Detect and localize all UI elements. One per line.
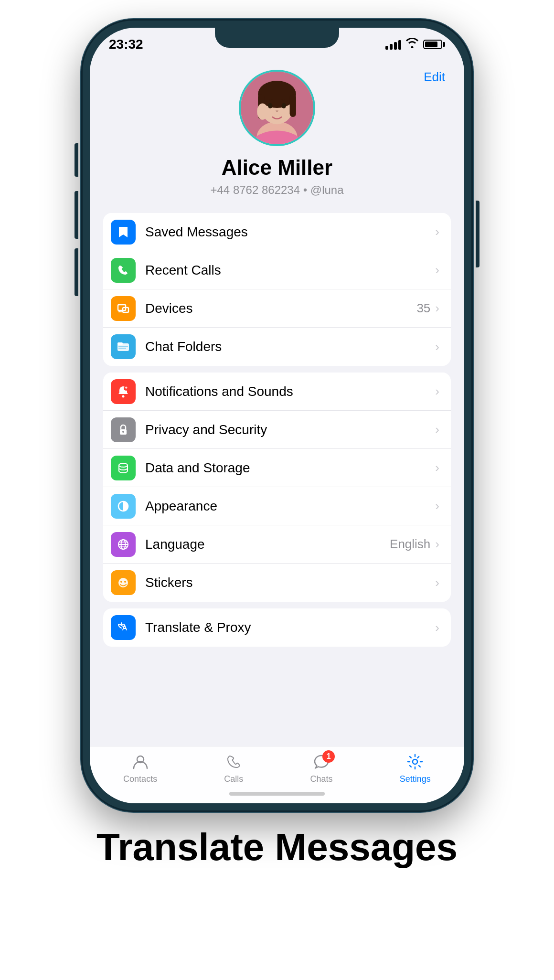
chat-folders-label: Chat Folders [145,339,435,354]
language-value: English [390,537,430,552]
settings-tab-label: Settings [400,774,431,784]
signal-icon [385,39,401,50]
data-storage-label: Data and Storage [145,460,435,476]
chats-badge: 1 [322,750,335,763]
contacts-tab-icon [132,753,149,770]
svg-rect-8 [290,95,296,117]
settings-group-2: Notifications and Sounds › Privacy and S… [103,373,451,602]
tab-settings[interactable]: Settings [400,753,431,784]
home-indicator [229,792,325,796]
settings-group-1: Saved Messages › Recent Calls › [103,213,451,366]
mute-button [75,143,78,177]
chevron-icon: › [435,575,439,590]
translate-icon [111,615,136,640]
tab-calls[interactable]: Calls [224,753,243,784]
settings-item-stickers[interactable]: Stickers › [103,564,451,602]
battery-icon [423,40,445,49]
saved-messages-icon [111,220,136,245]
settings-item-translate[interactable]: Translate & Proxy › [103,608,451,647]
chevron-icon: › [435,620,439,635]
language-label: Language [145,537,390,552]
notifications-label: Notifications and Sounds [145,384,435,399]
avatar [239,70,315,146]
notifications-icon [111,379,136,404]
status-icons [385,38,445,51]
stickers-label: Stickers [145,575,435,590]
chats-tab-label: Chats [310,774,333,784]
appearance-icon [111,494,136,519]
calls-tab-icon [225,753,242,770]
svg-point-9 [268,103,273,108]
svg-point-23 [122,431,124,433]
profile-info: +44 8762 862234 • @luna [211,183,344,197]
svg-point-11 [257,104,268,120]
svg-point-10 [282,103,287,108]
phone-screen: 23:32 [90,28,464,803]
privacy-label: Privacy and Security [145,422,435,437]
devices-icon [111,296,136,321]
devices-value: 35 [416,301,430,316]
svg-point-35 [413,759,417,764]
profile-section: Edit [90,55,464,206]
chevron-icon: › [435,384,439,399]
stickers-icon [111,570,136,595]
recent-calls-icon [111,258,136,283]
chevron-icon: › [435,340,439,354]
chevron-icon: › [435,537,439,552]
tab-chats[interactable]: 1 Chats [310,753,333,784]
calls-tab-label: Calls [224,774,243,784]
chat-folders-icon [111,334,136,359]
svg-point-20 [122,395,125,397]
settings-item-recent-calls[interactable]: Recent Calls › [103,251,451,289]
chevron-icon: › [435,224,439,239]
chevron-icon: › [435,263,439,277]
language-icon [111,532,136,557]
chevron-icon: › [435,499,439,513]
settings-tab-icon [406,753,424,770]
chevron-icon: › [435,422,439,437]
profile-name: Alice Miller [222,156,332,180]
settings-item-appearance[interactable]: Appearance › [103,487,451,525]
status-time: 23:32 [109,37,143,52]
phone-body: 23:32 [81,19,473,812]
chevron-icon: › [435,460,439,475]
screen-content[interactable]: Edit [90,55,464,746]
svg-point-24 [119,463,128,467]
svg-rect-17 [117,342,123,345]
settings-item-notifications[interactable]: Notifications and Sounds › [103,373,451,411]
volume-up-button [75,191,78,239]
data-storage-icon [111,456,136,480]
chevron-icon: › [435,301,439,316]
svg-rect-18 [118,346,128,347]
svg-point-33 [124,581,126,583]
privacy-icon [111,417,136,442]
notch [215,28,339,48]
settings-item-data-storage[interactable]: Data and Storage › [103,449,451,487]
saved-messages-label: Saved Messages [145,224,435,240]
settings-group-3: Translate & Proxy › [103,608,451,647]
svg-point-32 [120,581,122,583]
power-button [476,201,479,267]
settings-item-devices[interactable]: Devices 35 › [103,289,451,328]
settings-item-saved-messages[interactable]: Saved Messages › [103,213,451,251]
svg-rect-19 [118,348,126,349]
devices-label: Devices [145,301,416,316]
volume-down-button [75,248,78,296]
settings-item-chat-folders[interactable]: Chat Folders › [103,328,451,366]
edit-button[interactable]: Edit [424,70,445,85]
settings-item-language[interactable]: Language English › [103,525,451,564]
appearance-label: Appearance [145,499,435,514]
contacts-tab-label: Contacts [123,774,157,784]
translate-label: Translate & Proxy [145,620,435,635]
tab-contacts[interactable]: Contacts [123,753,157,784]
recent-calls-label: Recent Calls [145,263,435,278]
wifi-icon [406,38,418,51]
phone-frame-wrapper: 23:32 [81,19,473,812]
settings-item-privacy[interactable]: Privacy and Security › [103,411,451,449]
page-bottom-title: Translate Messages [96,826,458,868]
